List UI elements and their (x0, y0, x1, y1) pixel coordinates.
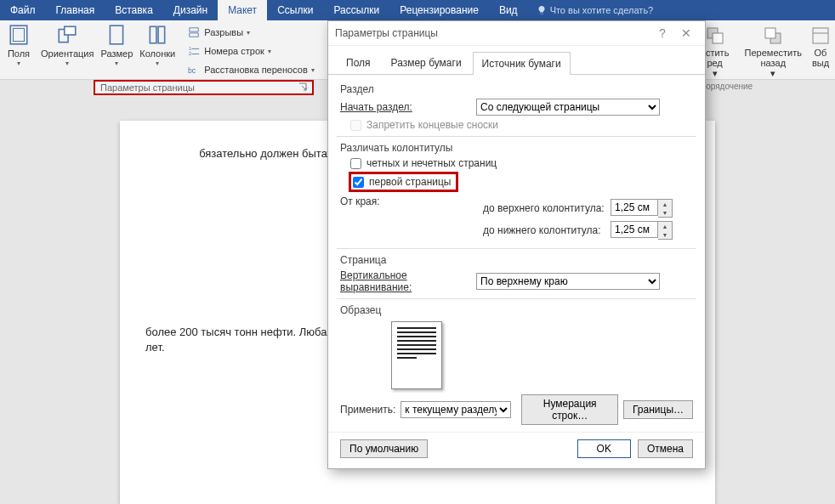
dialog-title: Параметры страницы (335, 27, 438, 39)
spin-up[interactable]: ▲ (658, 222, 672, 230)
tab-view[interactable]: Вид (489, 0, 528, 20)
orientation-button[interactable]: Ориентация▾ (37, 20, 97, 69)
columns-icon (145, 23, 169, 47)
close-button[interactable]: ✕ (674, 26, 698, 40)
svg-rect-13 (713, 33, 723, 43)
spin-down[interactable]: ▼ (658, 208, 672, 217)
tab-file[interactable]: Файл (0, 0, 46, 20)
footer-distance-label: до нижнего колонтитула: (483, 224, 611, 236)
size-button[interactable]: Размер▾ (97, 20, 136, 69)
hyphen-icon: bc (187, 63, 201, 76)
chevron-down-icon: ▾ (247, 29, 250, 37)
valign-label: Вертикальное выравнивание: (340, 269, 476, 293)
tab-design[interactable]: Дизайн (163, 0, 218, 20)
margins-icon (7, 23, 31, 47)
line-numbers-dialog-button[interactable]: Нумерация строк… (521, 394, 618, 425)
tab-dialog-margins[interactable]: Поля (337, 51, 380, 74)
orientation-icon (55, 23, 79, 47)
breaks-column: Разрывы▾ 12 Номера строк▾ bc Расстановка… (179, 20, 319, 79)
bring-forward-icon (763, 24, 783, 48)
svg-text:bc: bc (188, 66, 196, 75)
set-default-button[interactable]: По умолчанию (340, 439, 428, 458)
help-button[interactable]: ? (650, 26, 674, 40)
borders-dialog-button[interactable]: Границы… (623, 400, 693, 419)
header-distance-label: до верхнего колонтитула: (483, 202, 611, 214)
svg-rect-4 (111, 25, 123, 44)
tab-insert[interactable]: Вставка (105, 0, 163, 20)
tell-me-label: Что вы хотите сделать? (550, 5, 654, 15)
odd-even-checkbox[interactable] (350, 158, 361, 169)
cancel-button[interactable]: Отмена (638, 439, 693, 458)
page-legend: Страница (340, 254, 693, 266)
bring-forward-button[interactable]: Переместить назад▾ (741, 20, 806, 79)
svg-rect-6 (158, 26, 165, 43)
tab-dialog-source[interactable]: Источник бумаги (473, 52, 571, 75)
svg-text:2: 2 (189, 51, 191, 56)
svg-rect-15 (765, 28, 775, 38)
dialog-tabs: Поля Размер бумаги Источник бумаги (328, 46, 705, 75)
chevron-down-icon: ▾ (311, 66, 315, 74)
tell-me[interactable]: Что вы хотите сделать? (528, 0, 662, 20)
hyphenation-button[interactable]: bc Расстановка переносов▾ (187, 61, 314, 78)
chevron-down-icon: ▾ (17, 59, 20, 69)
selection-pane-button[interactable]: Об выд (806, 20, 835, 79)
first-page-checkbox[interactable] (353, 177, 364, 188)
ok-button[interactable]: OK (577, 439, 631, 458)
svg-rect-5 (151, 26, 157, 43)
tab-mailings[interactable]: Рассылки (323, 0, 389, 20)
header-distance-input[interactable] (611, 199, 658, 216)
line-numbers-button[interactable]: 12 Номера строк▾ (187, 42, 314, 59)
svg-rect-16 (813, 28, 828, 43)
page-setup-dialog: Параметры страницы ? ✕ Поля Размер бумаг… (327, 20, 706, 469)
sample-legend: Образец (340, 304, 693, 316)
suppress-endnotes-label: Запретить концевые сноски (366, 119, 498, 131)
svg-rect-3 (65, 26, 76, 35)
size-icon (105, 23, 128, 47)
suppress-endnotes-checkbox (350, 120, 361, 131)
tab-home[interactable]: Главная (46, 0, 105, 20)
dialog-titlebar: Параметры страницы ? ✕ (328, 21, 705, 46)
page-setup-group: Поля▾ Ориентация▾ Размер▾ Колонки▾ (0, 20, 179, 79)
apply-to-select[interactable]: к текущему разделу (400, 401, 511, 418)
margins-button[interactable]: Поля▾ (0, 20, 37, 69)
apply-to-label: Применить: (340, 404, 395, 416)
send-backward-icon (705, 24, 725, 48)
section-start-select[interactable]: Со следующей страницы (476, 99, 660, 116)
line-numbers-icon: 12 (187, 44, 201, 58)
from-edge-label: От края: (340, 195, 476, 243)
chevron-down-icon: ▾ (65, 59, 69, 69)
svg-text:1: 1 (189, 46, 191, 51)
spin-down[interactable]: ▼ (658, 230, 672, 239)
ribbon-tabs: Файл Главная Вставка Дизайн Макет Ссылки… (0, 0, 835, 20)
svg-rect-1 (14, 28, 25, 41)
chevron-down-icon: ▾ (268, 48, 271, 55)
breaks-button[interactable]: Разрывы▾ (187, 24, 314, 41)
chevron-down-icon: ▾ (156, 59, 159, 69)
odd-even-label: четных и нечетных страниц (366, 157, 497, 169)
chevron-down-icon: ▾ (770, 68, 775, 79)
selection-pane-icon (810, 24, 831, 48)
dialog-launcher-icon (298, 82, 307, 93)
section-start-label: Начать раздел: (340, 101, 476, 113)
chevron-down-icon: ▾ (713, 68, 718, 79)
columns-button[interactable]: Колонки▾ (136, 20, 179, 69)
tab-references[interactable]: Ссылки (267, 0, 323, 20)
preview-sample (391, 321, 442, 389)
breaks-icon (187, 25, 201, 39)
footer-distance-input[interactable] (611, 221, 658, 238)
page-setup-launcher[interactable]: Параметры страницы (94, 80, 314, 95)
tab-layout[interactable]: Макет (218, 0, 267, 20)
tab-dialog-paper[interactable]: Размер бумаги (382, 51, 471, 74)
valign-select[interactable]: По верхнему краю (476, 273, 660, 290)
first-page-label: первой страницы (369, 176, 451, 188)
chevron-down-icon: ▾ (115, 59, 118, 69)
tab-review[interactable]: Рецензирование (389, 0, 489, 20)
headers-legend: Различать колонтитулы (340, 142, 693, 154)
spin-up[interactable]: ▲ (658, 200, 672, 208)
bulb-icon (537, 5, 547, 15)
section-legend: Раздел (340, 83, 693, 95)
arrange-group: естить ред▾ Переместить назад▾ Об выд (690, 20, 835, 79)
